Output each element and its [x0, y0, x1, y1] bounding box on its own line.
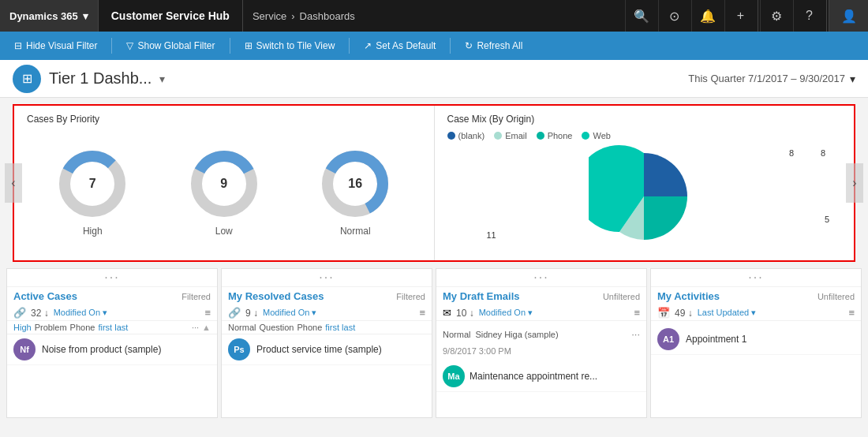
donut-high-value: 7	[89, 177, 96, 191]
filter-high[interactable]: High	[13, 323, 32, 332]
activities-header: My Activities Unfiltered	[651, 287, 861, 305]
legend-phone-label: Phone	[548, 131, 573, 140]
legend-phone-dot	[537, 132, 544, 140]
default-icon: ↗	[364, 40, 372, 51]
switch-view-button[interactable]: ⊞ Switch to Tile View	[237, 35, 343, 57]
show-global-filter-button[interactable]: ▽ Show Global Filter	[118, 35, 223, 57]
dashboard-dropdown-chevron[interactable]: ▾	[159, 73, 165, 85]
breadcrumb-service[interactable]: Service	[253, 10, 286, 22]
legend-email-dot	[494, 132, 502, 140]
new-record-icon[interactable]: +	[724, 0, 756, 32]
table-row[interactable]: Ps Product service time (sample)	[222, 334, 432, 365]
link-icon: 🔗	[13, 307, 26, 319]
legend-phone: Phone	[537, 131, 573, 140]
draft-emails-menu[interactable]: ···	[436, 269, 646, 287]
dynamics365-menu[interactable]: Dynamics 365 ▾	[0, 0, 99, 32]
donut-normal-chart: 16	[320, 148, 391, 219]
hide-visual-filter-button[interactable]: ⊟ Hide Visual Filter	[6, 35, 105, 57]
case-mix-title: Case Mix (By Origin)	[447, 114, 842, 125]
draft-emails-count: 10 ↓	[456, 308, 474, 319]
breadcrumb-dashboards[interactable]: Dashboards	[300, 10, 355, 22]
user-menu[interactable]: 👤	[829, 0, 868, 32]
active-cases-view-toggle[interactable]: ≡	[204, 307, 211, 319]
filter-question: Question	[259, 323, 294, 332]
donut-high-label: High	[83, 226, 103, 237]
active-cases-title[interactable]: Active Cases	[13, 290, 77, 302]
activities-title[interactable]: My Activities	[657, 290, 720, 302]
activities-count: 49 ↓	[675, 308, 693, 319]
filter-problem: Problem	[35, 323, 67, 332]
pie-legend: (blank) Email Phone Web	[447, 131, 842, 140]
charts-section: ‹ Cases By Priority 7	[6, 104, 862, 262]
main-content: ⊞ Tier 1 Dashb... ▾ This Quarter 7/1/201…	[0, 60, 868, 437]
target-icon[interactable]: ⊙	[658, 0, 690, 32]
email-subject-row: Ma Maintenance appointment re...	[443, 365, 597, 387]
email-contact: Sidney Higa (sample)	[475, 330, 558, 339]
active-cases-filters: High Problem Phone first last ··· ▲	[7, 321, 217, 334]
email-more[interactable]: ···	[631, 328, 640, 340]
table-row[interactable]: Normal Sidney Higa (sample) ··· 9/8/2017…	[436, 324, 646, 392]
resolved-cases-view-toggle[interactable]: ≡	[419, 307, 425, 319]
donut-low: 9 Low	[189, 148, 260, 237]
settings-icon[interactable]: ⚙	[760, 0, 791, 32]
donut-normal-label: Normal	[340, 226, 371, 237]
activities-menu[interactable]: ···	[651, 269, 861, 287]
draft-emails-status: Unfiltered	[603, 292, 640, 301]
filter-phone: Phone	[70, 323, 95, 332]
resolved-cases-card: ··· My Resolved Cases Filtered 🔗 9 ↓ Mod…	[221, 268, 432, 418]
activities-sort[interactable]: Last Updated ▾	[698, 308, 757, 318]
toolbar: ⊟ Hide Visual Filter ▽ Show Global Filte…	[0, 32, 868, 60]
resolved-cases-menu[interactable]: ···	[222, 269, 432, 287]
refresh-all-button[interactable]: ↻ Refresh All	[457, 35, 530, 57]
active-cases-header: Active Cases Filtered	[7, 287, 217, 305]
prev-chart-button[interactable]: ‹	[5, 163, 22, 203]
global-filter-icon: ▽	[126, 40, 133, 51]
active-cases-status: Filtered	[181, 292, 211, 301]
resolved-cases-sort[interactable]: Modified On ▾	[263, 308, 316, 318]
calendar-icon: 📅	[657, 307, 670, 319]
date-range-chevron[interactable]: ▾	[850, 73, 855, 85]
show-global-filter-label: Show Global Filter	[137, 40, 215, 51]
top-navigation: Dynamics 365 ▾ Customer Service Hub Serv…	[0, 0, 868, 32]
table-row[interactable]: A1 Appointment 1	[651, 324, 861, 355]
avatar: Nf	[13, 338, 36, 360]
active-cases-sort[interactable]: Modified On ▾	[54, 308, 107, 318]
draft-emails-view-toggle[interactable]: ≡	[634, 307, 640, 319]
active-cases-card: ··· Active Cases Filtered 🔗 32 ↓ Modifie…	[6, 268, 218, 418]
donut-low-chart: 9	[189, 148, 260, 219]
draft-emails-title[interactable]: My Draft Emails	[443, 290, 520, 302]
set-as-default-button[interactable]: ↗ Set As Default	[356, 35, 443, 57]
filter-phone2: Phone	[297, 323, 322, 332]
table-row[interactable]: Nf Noise from product (sample)	[7, 334, 217, 365]
legend-web: Web	[582, 131, 610, 140]
notifications-icon[interactable]: 🔔	[691, 0, 723, 32]
scrollbar-up[interactable]: ▲	[202, 323, 211, 332]
case-mix-chart: Case Mix (By Origin) (blank) Email Phone	[435, 106, 855, 260]
dashboard-icon: ⊞	[13, 65, 41, 93]
link-icon: 🔗	[228, 307, 241, 319]
donut-normal-value: 16	[348, 177, 362, 191]
draft-emails-card: ··· My Draft Emails Unfiltered ✉ 10 ↓ Mo…	[436, 268, 647, 418]
activity-title: Appointment 1	[686, 334, 855, 345]
next-chart-button[interactable]: ›	[846, 163, 863, 203]
activities-status: Unfiltered	[817, 292, 855, 301]
dashboard-header: ⊞ Tier 1 Dashb... ▾ This Quarter 7/1/201…	[0, 60, 868, 98]
dashboard-icon-symbol: ⊞	[22, 71, 32, 86]
resolved-cases-count: 9 ↓	[245, 308, 258, 319]
active-cases-menu[interactable]: ···	[7, 269, 217, 287]
filter-more[interactable]: ···	[192, 323, 199, 332]
pie-label-5: 5	[825, 215, 829, 224]
activities-card: ··· My Activities Unfiltered 📅 49 ↓ Last…	[650, 268, 862, 418]
cases-by-priority-chart: Cases By Priority 7 High	[14, 106, 435, 260]
resolved-cases-title[interactable]: My Resolved Cases	[228, 290, 324, 302]
activities-view-toggle[interactable]: ≡	[848, 307, 855, 319]
resolved-cases-filters: Normal Question Phone first last	[222, 321, 432, 334]
legend-blank: (blank)	[447, 131, 485, 140]
filter-name2: first last	[325, 323, 355, 332]
dashboard-title-area: ⊞ Tier 1 Dashb... ▾	[13, 65, 165, 93]
draft-emails-sort[interactable]: Modified On ▾	[479, 308, 533, 318]
filter-normal: Normal	[228, 323, 256, 332]
search-icon[interactable]: 🔍	[625, 0, 657, 32]
hide-visual-filter-label: Hide Visual Filter	[26, 40, 97, 51]
help-icon[interactable]: ?	[793, 0, 825, 32]
